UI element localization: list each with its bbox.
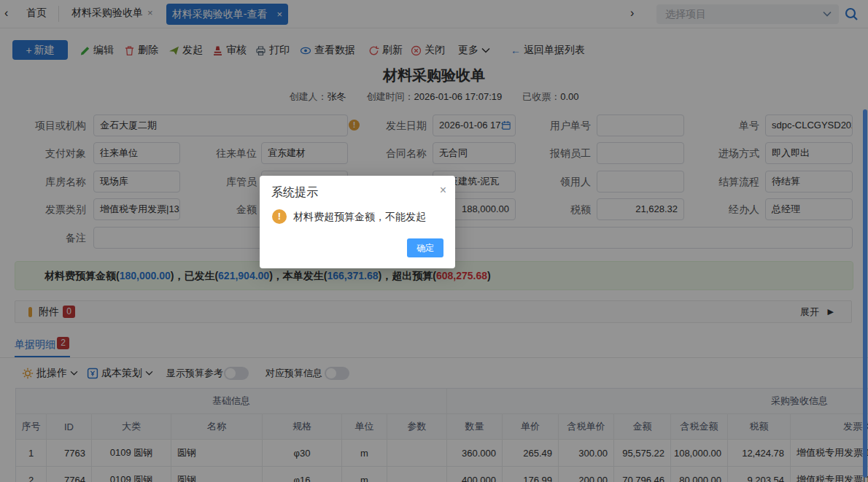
dialog-close-icon[interactable]: × <box>440 184 446 197</box>
app-window: ‹ 首页 材料采购验收单× 材料采购验收单-查看× › 选择项目 +新建 编辑 … <box>0 0 868 482</box>
dialog-ok-button[interactable]: 确定 <box>407 238 443 257</box>
system-prompt-dialog: 系统提示 × ! 材料费超预算金额，不能发起 确定 <box>260 176 455 268</box>
dialog-title: 系统提示 <box>271 185 318 201</box>
warning-icon: ! <box>272 209 287 224</box>
dialog-message: 材料费超预算金额，不能发起 <box>293 211 426 224</box>
